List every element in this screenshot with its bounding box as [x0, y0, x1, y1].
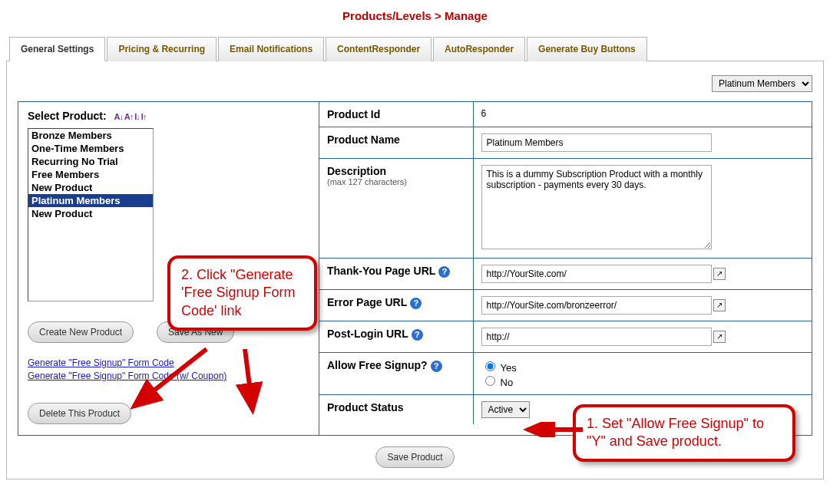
product-id-value: 6 — [473, 102, 812, 127]
delete-product-button[interactable]: Delete This Product — [28, 403, 131, 424]
list-item[interactable]: One-Time Members — [28, 142, 153, 155]
list-item[interactable]: Platinum Members — [28, 194, 153, 207]
product-status-select[interactable]: Active — [481, 401, 530, 418]
list-item[interactable]: Recurring No Trial — [28, 155, 153, 168]
page-title: Products/Levels > Manage — [6, 9, 824, 22]
arrow-icon — [122, 345, 222, 422]
allow-free-yes-radio[interactable] — [485, 361, 495, 371]
tab-bar: General Settings Pricing & Recurring Ema… — [6, 36, 824, 61]
description-label: Description (max 127 characters) — [319, 159, 473, 259]
callout-1: 1. Set "Allow Free Signup" to "Y" and Sa… — [573, 404, 795, 462]
list-item[interactable]: New Product — [28, 207, 153, 220]
popout-icon[interactable]: ↗ — [713, 268, 726, 280]
allow-free-no-radio[interactable] — [485, 376, 495, 386]
tab-general[interactable]: General Settings — [9, 37, 105, 61]
top-product-select[interactable]: Platinum Members — [712, 75, 812, 92]
thank-you-url-input[interactable] — [481, 265, 712, 283]
allow-free-yes-label: Yes — [501, 362, 517, 374]
save-product-button[interactable]: Save Product — [375, 446, 454, 468]
list-item[interactable]: Free Members — [28, 168, 153, 181]
popout-icon[interactable]: ↗ — [713, 331, 726, 343]
help-icon[interactable]: ? — [438, 266, 450, 278]
product-name-label: Product Name — [319, 127, 473, 159]
svg-line-0 — [134, 349, 207, 407]
post-login-url-input[interactable] — [481, 328, 712, 346]
arrow-icon — [521, 422, 590, 437]
error-url-label: Error Page URL? — [319, 290, 473, 321]
main-panel: Platinum Members Select Product: A↓ A↑ I… — [6, 61, 824, 479]
callout-2: 2. Click "Generate 'Free Signup Form Cod… — [167, 255, 317, 331]
tab-auto[interactable]: AutoResponder — [433, 37, 525, 61]
list-item[interactable]: Bronze Members — [28, 129, 153, 142]
description-hint: (max 127 characters) — [327, 177, 465, 186]
help-icon[interactable]: ? — [431, 361, 442, 372]
tab-buy[interactable]: Generate Buy Buttons — [527, 37, 647, 61]
sort-icons[interactable]: A↓ A↑ I↓ I↑ — [114, 112, 147, 121]
thank-you-url-label: Thank-You Page URL? — [319, 259, 473, 290]
help-icon[interactable]: ? — [410, 298, 422, 309]
product-id-label: Product Id — [319, 102, 473, 127]
tab-content[interactable]: ContentResponder — [326, 37, 432, 61]
select-product-label: Select Product: A↓ A↑ I↓ I↑ — [28, 110, 309, 122]
svg-line-1 — [245, 349, 253, 410]
right-column: Product Id 6 Product Name Description (m… — [319, 102, 812, 435]
arrow-icon — [230, 345, 276, 422]
list-item[interactable]: New Product — [28, 181, 153, 194]
tab-pricing[interactable]: Pricing & Recurring — [107, 37, 217, 61]
product-name-input[interactable] — [481, 133, 712, 152]
help-icon[interactable]: ? — [412, 329, 423, 341]
description-textarea[interactable] — [481, 165, 712, 249]
post-login-url-label: Post-Login URL? — [319, 321, 473, 353]
popout-icon[interactable]: ↗ — [713, 299, 726, 311]
product-listbox[interactable]: Bronze MembersOne-Time MembersRecurring … — [28, 128, 154, 301]
create-new-product-button[interactable]: Create New Product — [28, 321, 134, 343]
allow-free-signup-label: Allow Free Signup?? — [319, 353, 473, 395]
product-status-label: Product Status — [319, 395, 473, 425]
tab-email[interactable]: Email Notifications — [218, 37, 324, 61]
error-url-input[interactable] — [481, 296, 712, 315]
allow-free-no-label: No — [501, 377, 514, 388]
